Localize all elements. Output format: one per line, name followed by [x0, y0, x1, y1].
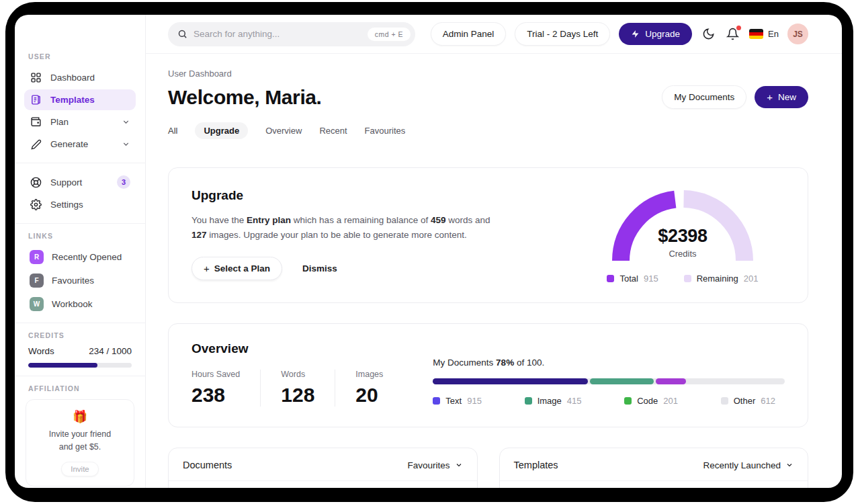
sidebar-item-dashboard[interactable]: Dashboard	[24, 67, 136, 88]
upgrade-card-title: Upgrade	[191, 188, 490, 203]
invite-button[interactable]: Invite	[61, 462, 99, 476]
search-input[interactable]	[194, 29, 361, 39]
plus-icon: +	[204, 263, 210, 274]
pencil-icon	[30, 138, 42, 151]
legend-item-text: Text 915	[433, 396, 482, 406]
templates-card-title: Templates	[514, 460, 558, 470]
legend-label: Code	[637, 396, 658, 406]
chevron-down-icon	[122, 140, 130, 149]
stat-images: Images 20	[335, 370, 403, 407]
sidebar-item-generate[interactable]: Generate	[24, 134, 136, 155]
stat-value: 238	[191, 384, 240, 407]
my-documents-button[interactable]: My Documents	[662, 85, 746, 109]
stat-words: Words 128	[260, 370, 335, 407]
search-shortcut-badge: cmd + E	[368, 28, 411, 41]
credits-gauge-chart: $2398 Credits Total 915	[593, 188, 773, 284]
life-buoy-icon	[30, 176, 42, 189]
sidebar: USER Dashboard Templates Plan	[15, 15, 146, 488]
sidebar-item-settings[interactable]: Settings	[24, 194, 136, 215]
legend-swatch	[624, 397, 632, 405]
trial-days-left-button[interactable]: Trial - 2 Days Left	[515, 22, 610, 46]
app-window: USER Dashboard Templates Plan	[15, 15, 842, 488]
tab-overview[interactable]: Overview	[265, 122, 302, 139]
link-initial-badge: R	[30, 250, 44, 264]
tab-upgrade[interactable]: Upgrade	[195, 122, 248, 139]
notification-dot	[736, 26, 741, 30]
legend-value: 415	[567, 396, 582, 406]
notifications-button[interactable]	[725, 26, 740, 42]
sidebar-item-label: Templates	[50, 95, 95, 105]
credits-words-label: Words	[28, 346, 54, 356]
legend-swatch	[433, 397, 440, 405]
dark-mode-toggle[interactable]	[701, 26, 716, 42]
stat-label: Images	[355, 370, 383, 379]
tab-favourites[interactable]: Favourites	[365, 122, 406, 139]
german-flag-icon	[749, 29, 763, 39]
sidebar-section-affiliation: AFFILIATION	[28, 384, 132, 392]
legend-label: Other	[734, 396, 756, 406]
link-initial-badge: F	[30, 274, 44, 288]
support-count-badge: 3	[117, 175, 130, 189]
chevron-down-icon	[455, 461, 463, 469]
gauge-center-label: Credits	[609, 249, 757, 259]
documents-card: Documents Favourites Untitled Document i…	[168, 448, 478, 488]
page-content: User Dashboard Welcome, Maria. My Docume…	[146, 54, 842, 488]
gift-icon: 🎁	[33, 411, 127, 423]
user-avatar[interactable]: JS	[787, 24, 808, 44]
gear-icon	[30, 198, 42, 211]
tab-recent[interactable]: Recent	[319, 122, 347, 139]
wallet-icon	[30, 116, 42, 128]
sidebar-section-user: USER	[28, 52, 132, 60]
chevron-down-icon	[785, 461, 793, 469]
select-a-plan-button[interactable]: + Select a Plan	[191, 257, 282, 280]
legend-label: Remaining	[697, 274, 738, 284]
sidebar-link-label: Workbook	[52, 299, 93, 309]
new-button[interactable]: + New	[755, 86, 808, 108]
overview-card-title: Overview	[191, 341, 403, 356]
stat-value: 128	[281, 384, 314, 407]
page: USER Dashboard Templates Plan	[0, 0, 858, 504]
legend-item-remaining: Remaining 201	[684, 274, 759, 284]
sidebar-link-workbook[interactable]: W Workbook	[24, 294, 136, 314]
legend-value: 201	[663, 396, 678, 406]
admin-panel-button[interactable]: Admin Panel	[431, 22, 507, 46]
upgrade-button[interactable]: Upgrade	[619, 23, 692, 45]
documents-bar-legend: Text 915 Image 415 Code 20	[433, 396, 785, 406]
chevron-down-icon	[122, 118, 130, 126]
documents-progress-bar	[433, 378, 785, 384]
moon-icon	[702, 28, 715, 40]
upgrade-card: Upgrade You have the Entry plan which ha…	[168, 167, 808, 303]
documents-filter-dropdown[interactable]: Favourites	[407, 460, 462, 470]
sidebar-link-favourites[interactable]: F Favourites	[24, 270, 136, 291]
search-box[interactable]: cmd + E	[168, 22, 415, 46]
legend-value: 915	[644, 274, 658, 284]
legend-item-image: Image 415	[525, 396, 582, 406]
link-initial-badge: W	[30, 297, 44, 311]
templates-filter-dropdown[interactable]: Recently Launched	[703, 460, 793, 470]
sidebar-item-support[interactable]: Support 3	[24, 171, 136, 193]
topbar: cmd + E Admin Panel Trial - 2 Days Left …	[146, 15, 842, 54]
legend-item-other: Other 612	[721, 396, 775, 406]
sidebar-item-label: Support	[50, 177, 82, 187]
legend-item-code: Code 201	[624, 396, 678, 406]
sidebar-item-label: Dashboard	[50, 73, 95, 83]
sidebar-item-templates[interactable]: Templates	[24, 89, 136, 110]
new-button-label: New	[778, 92, 796, 102]
stat-label: Words	[281, 370, 314, 379]
gauge-center-value: $2398	[609, 226, 757, 247]
upgrade-button-label: Upgrade	[645, 29, 680, 39]
dismiss-button[interactable]: Dismiss	[302, 263, 337, 274]
legend-swatch	[721, 397, 728, 405]
document-list-item[interactable]: Untitled Document in Workbook	[169, 481, 477, 488]
gauge-legend: Total 915 Remaining 201	[607, 274, 758, 284]
tab-all[interactable]: All	[168, 122, 177, 139]
legend-swatch	[525, 397, 532, 405]
template-list-item[interactable]: Blog Post Title in Workbook	[500, 481, 808, 488]
sidebar-item-plan[interactable]: Plan	[24, 112, 136, 132]
breadcrumb: User Dashboard	[168, 69, 808, 79]
legend-label: Total	[619, 274, 638, 284]
sidebar-section-credits: CREDITS	[28, 331, 132, 339]
language-selector[interactable]: En	[749, 29, 779, 39]
sidebar-link-recently-opened[interactable]: R Recently Opened	[24, 247, 136, 267]
legend-item-total: Total 915	[607, 274, 658, 284]
